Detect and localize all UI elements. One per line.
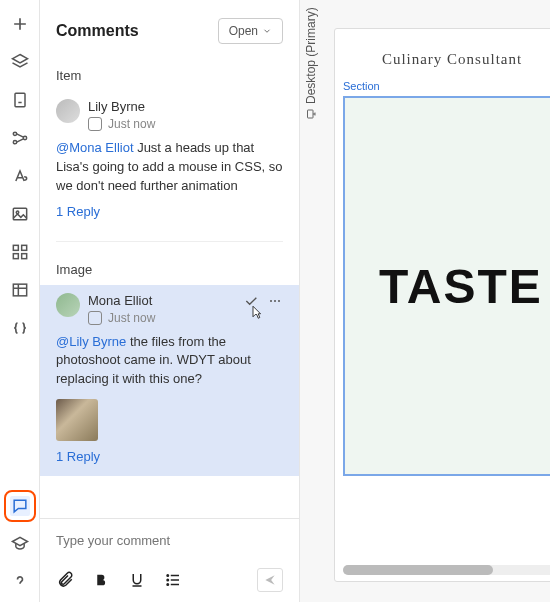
attachment-thumbnail[interactable] <box>56 399 98 441</box>
svg-point-3 <box>23 136 26 139</box>
svg-rect-4 <box>13 208 26 220</box>
send-button[interactable] <box>257 568 283 592</box>
page-heading: Culinary Consultant <box>335 29 550 80</box>
svg-rect-6 <box>13 245 18 250</box>
svg-point-15 <box>167 579 169 581</box>
code-icon[interactable] <box>10 318 30 338</box>
comment-thread[interactable]: Lily Byrne Just now @Mona Elliot Just a … <box>40 91 299 231</box>
svg-rect-10 <box>13 284 26 296</box>
table-icon[interactable] <box>10 280 30 300</box>
comment-time: Just now <box>108 117 155 131</box>
text-icon[interactable] <box>10 166 30 186</box>
svg-point-13 <box>278 300 280 302</box>
comments-nav-icon[interactable] <box>10 496 30 516</box>
section-label-item: Item <box>40 58 299 91</box>
svg-rect-9 <box>21 254 26 259</box>
underline-icon[interactable] <box>128 571 146 589</box>
avatar <box>56 293 80 317</box>
comment-thread[interactable]: Mona Elliot Just now @Lily Byrne the fil… <box>40 285 299 477</box>
comment-composer <box>40 518 299 602</box>
mention[interactable]: @Lily Byrne <box>56 334 126 349</box>
hero-section[interactable]: TASTE <box>343 96 550 476</box>
reply-link[interactable]: 1 Reply <box>56 449 100 464</box>
horizontal-scrollbar[interactable] <box>343 565 550 575</box>
desktop-icon <box>305 108 317 120</box>
image-icon[interactable] <box>10 204 30 224</box>
preview-frame[interactable]: Culinary Consultant Section TASTE <box>334 28 550 582</box>
comment-body: @Mona Elliot Just a heads up that Lisa's… <box>56 139 283 196</box>
comment-author: Lily Byrne <box>88 99 155 114</box>
svg-point-14 <box>167 575 169 577</box>
comment-input[interactable] <box>40 519 299 562</box>
svg-rect-7 <box>21 245 26 250</box>
bold-icon[interactable] <box>92 571 110 589</box>
layers-icon[interactable] <box>10 52 30 72</box>
list-icon[interactable] <box>164 571 182 589</box>
add-icon[interactable] <box>10 14 30 34</box>
attach-icon[interactable] <box>56 571 74 589</box>
mention[interactable]: @Mona Elliot <box>56 140 134 155</box>
svg-rect-0 <box>15 93 25 106</box>
left-toolbar <box>0 0 40 602</box>
help-icon[interactable] <box>10 572 30 592</box>
svg-point-12 <box>274 300 276 302</box>
divider <box>56 241 283 242</box>
hero-text: TASTE <box>379 259 543 314</box>
canvas-area: Desktop (Primary) Culinary Consultant Se… <box>300 0 550 602</box>
page-icon[interactable] <box>10 90 30 110</box>
section-label-image: Image <box>40 252 299 285</box>
comment-author: Mona Elliot <box>88 293 155 308</box>
panel-title: Comments <box>56 22 139 40</box>
reply-link[interactable]: 1 Reply <box>56 204 100 219</box>
more-icon[interactable] <box>267 293 283 309</box>
comments-panel: Comments Open Item Lily Byrne Just now @ <box>40 0 300 602</box>
svg-point-2 <box>13 141 16 144</box>
viewport-label[interactable]: Desktop (Primary) <box>304 7 318 120</box>
svg-point-16 <box>167 584 169 586</box>
avatar <box>56 99 80 123</box>
chevron-down-icon <box>262 26 272 36</box>
svg-point-11 <box>270 300 272 302</box>
comment-time: Just now <box>108 311 155 325</box>
grid-icon[interactable] <box>10 242 30 262</box>
connections-icon[interactable] <box>10 128 30 148</box>
filter-dropdown[interactable]: Open <box>218 18 283 44</box>
section-tag[interactable]: Section <box>335 80 550 92</box>
svg-rect-17 <box>308 110 314 118</box>
svg-rect-8 <box>13 254 18 259</box>
check-icon[interactable] <box>243 293 259 309</box>
resolve-checkbox[interactable] <box>88 117 102 131</box>
comment-body: @Lily Byrne the files from the photoshoo… <box>56 333 283 390</box>
resolve-checkbox[interactable] <box>88 311 102 325</box>
learn-icon[interactable] <box>10 534 30 554</box>
svg-point-1 <box>13 132 16 135</box>
